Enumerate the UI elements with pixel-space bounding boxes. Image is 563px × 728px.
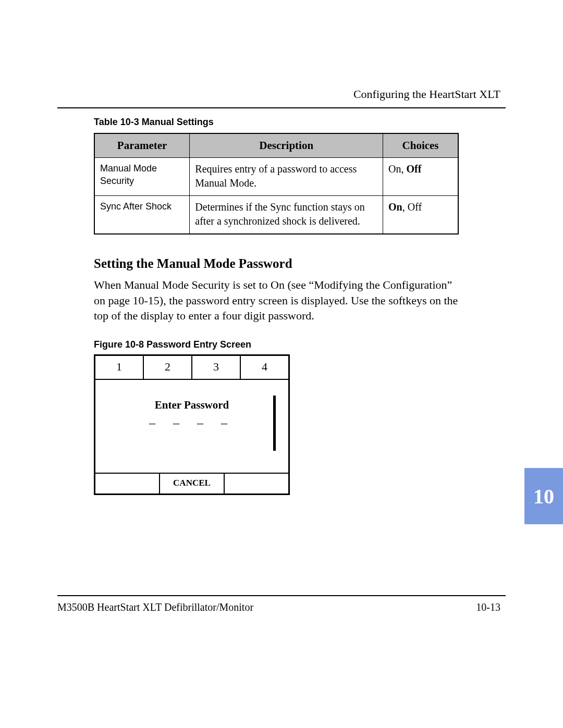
running-header: Configuring the HeartStart XLT bbox=[353, 88, 500, 101]
choice-plain: , Off bbox=[402, 201, 422, 213]
softkey-2[interactable]: 2 bbox=[143, 356, 191, 379]
bottom-horizontal-rule bbox=[57, 595, 506, 596]
softkey-blank-left bbox=[95, 474, 159, 493]
scroll-indicator-icon bbox=[273, 396, 276, 451]
col-header-parameter: Parameter bbox=[94, 133, 190, 158]
cell-choices: On, Off bbox=[383, 158, 458, 196]
password-placeholders: – – – – bbox=[95, 412, 288, 430]
footer-page-number: 10-13 bbox=[476, 601, 500, 613]
enter-password-label: Enter Password bbox=[95, 380, 288, 412]
password-digit-row: 1 2 3 4 bbox=[95, 356, 288, 380]
choice-plain: On, bbox=[388, 163, 406, 175]
table-row: Manual Mode Security Requires entry of a… bbox=[94, 158, 458, 196]
table-caption: Table 10-3 Manual Settings bbox=[94, 117, 459, 128]
password-bottom-row: CANCEL bbox=[95, 473, 288, 493]
softkey-1[interactable]: 1 bbox=[95, 356, 143, 379]
choice-default: Off bbox=[407, 163, 422, 175]
choice-default: On bbox=[388, 201, 402, 213]
cell-description: Determines if the Sync function stays on… bbox=[190, 196, 383, 235]
softkey-4[interactable]: 4 bbox=[240, 356, 288, 379]
manual-settings-table: Parameter Description Choices Manual Mod… bbox=[94, 133, 459, 235]
section-heading: Setting the Manual Mode Password bbox=[94, 256, 459, 271]
password-entry-screen: 1 2 3 4 Enter Password – – – – CANCEL bbox=[94, 354, 290, 495]
col-header-choices: Choices bbox=[383, 133, 458, 158]
table-row: Sync After Shock Determines if the Sync … bbox=[94, 196, 458, 235]
cell-description: Requires entry of a password to access M… bbox=[190, 158, 383, 196]
cell-parameter: Sync After Shock bbox=[94, 196, 190, 235]
softkey-3[interactable]: 3 bbox=[191, 356, 240, 379]
document-page: Configuring the HeartStart XLT Table 10-… bbox=[0, 0, 563, 728]
cell-parameter: Manual Mode Security bbox=[94, 158, 190, 196]
table-header-row: Parameter Description Choices bbox=[94, 133, 458, 158]
col-header-description: Description bbox=[190, 133, 383, 158]
top-horizontal-rule bbox=[57, 107, 506, 108]
cell-choices: On, Off bbox=[383, 196, 458, 235]
chapter-tab: 10 bbox=[524, 468, 563, 524]
cancel-button[interactable]: CANCEL bbox=[159, 474, 224, 493]
page-content: Table 10-3 Manual Settings Parameter Des… bbox=[94, 117, 459, 495]
password-mid-area: Enter Password – – – – bbox=[95, 380, 288, 473]
footer-product-name: M3500B HeartStart XLT Defibrillator/Moni… bbox=[57, 601, 253, 613]
softkey-blank-right bbox=[224, 474, 288, 493]
figure-caption: Figure 10-8 Password Entry Screen bbox=[94, 339, 459, 350]
body-paragraph: When Manual Mode Security is set to On (… bbox=[94, 277, 459, 324]
